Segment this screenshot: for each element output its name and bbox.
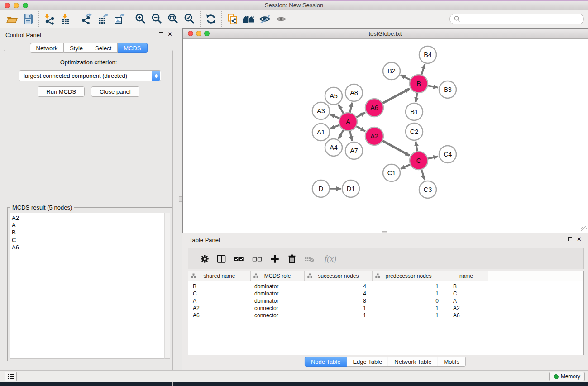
tab-edge-table[interactable]: Edge Table	[347, 357, 388, 367]
delete-columns-button[interactable]	[283, 251, 301, 267]
export-image-button[interactable]	[111, 11, 128, 27]
table-cell[interactable]: B	[188, 283, 251, 290]
node-C[interactable]: C	[410, 152, 428, 170]
zoom-out-button[interactable]	[149, 11, 165, 27]
mcds-result-item[interactable]: A2	[12, 214, 164, 222]
window-titlebar[interactable]: Session: New Session	[0, 0, 588, 10]
table-cell[interactable]: dominator	[251, 283, 305, 290]
table-cell[interactable]: 1	[373, 312, 445, 319]
mcds-result-item[interactable]: A6	[12, 244, 164, 251]
run-mcds-button[interactable]: Run MCDS	[38, 86, 85, 97]
zoom-fit-button[interactable]	[165, 11, 182, 27]
node-A4[interactable]: A4	[325, 139, 342, 156]
table-cell[interactable]: 0	[373, 297, 445, 305]
table-cell[interactable]: dominator	[251, 297, 305, 305]
node-A3[interactable]: A3	[312, 102, 330, 119]
toggle-panel-layout-button[interactable]	[213, 251, 230, 267]
import-table-button[interactable]	[57, 11, 74, 27]
node-A1[interactable]: A1	[312, 124, 330, 141]
tab-network[interactable]: Network	[29, 43, 64, 53]
table-cell[interactable]: connector	[251, 305, 305, 312]
network-canvas[interactable]: B4B2BB3B1A5A8A6A3AA1A2A4A7C2CC4C1C3DD1	[183, 39, 588, 233]
mcds-result-item[interactable]: B	[12, 229, 164, 236]
table-cell[interactable]: B	[445, 283, 488, 290]
table-row[interactable]: A2connector11A2	[188, 305, 583, 312]
show-all-button[interactable]	[273, 11, 289, 27]
column-header-name[interactable]: name	[445, 271, 488, 281]
node-B1[interactable]: B1	[406, 103, 423, 120]
deselect-all-button[interactable]	[248, 251, 266, 267]
mcds-list-scrollbar[interactable]	[164, 213, 170, 359]
node-C1[interactable]: C1	[383, 164, 400, 181]
node-A5[interactable]: A5	[325, 87, 342, 105]
criterion-dropdown[interactable]: largest connected component (directed)	[19, 70, 161, 81]
node-D1[interactable]: D1	[342, 180, 359, 197]
table-cell[interactable]: C	[188, 290, 251, 297]
tab-style[interactable]: Style	[64, 43, 89, 53]
table-row[interactable]: Cdominator41C	[188, 290, 583, 297]
node-A6[interactable]: A6	[365, 99, 383, 117]
node-D[interactable]: D	[312, 180, 330, 197]
tab-motifs[interactable]: Motifs	[438, 357, 466, 367]
column-header-successor-nodes[interactable]: successor nodes	[305, 271, 373, 281]
tab-network-table[interactable]: Network Table	[388, 357, 438, 367]
table-cell[interactable]: 1	[305, 305, 373, 312]
float-panel-icon[interactable]	[568, 237, 572, 241]
delete-table-button[interactable]	[301, 251, 319, 267]
node-B[interactable]: B	[410, 75, 428, 93]
table-row[interactable]: Bdominator41B	[188, 283, 583, 290]
close-panel-icon[interactable]: ✕	[167, 32, 172, 37]
node-B3[interactable]: B3	[439, 81, 456, 98]
apply-layout-button[interactable]	[203, 11, 219, 27]
node-A7[interactable]: A7	[345, 142, 363, 159]
zoom-in-button[interactable]	[133, 11, 149, 27]
table-cell[interactable]: 8	[305, 297, 373, 305]
hide-selected-button[interactable]	[257, 11, 273, 27]
node-C2[interactable]: C2	[406, 123, 423, 140]
table-cell[interactable]: 1	[373, 283, 445, 290]
table-row[interactable]: A6connector11A6	[188, 312, 583, 319]
node-B4[interactable]: B4	[419, 46, 436, 63]
open-session-button[interactable]	[4, 11, 20, 27]
mcds-result-item[interactable]: C	[12, 237, 164, 244]
node-A2[interactable]: A2	[365, 127, 383, 145]
show-panels-button[interactable]	[5, 372, 17, 381]
table-cell[interactable]: A2	[445, 305, 488, 312]
table-cell[interactable]: 1	[305, 312, 373, 319]
table-cell[interactable]: A	[188, 297, 251, 305]
float-panel-icon[interactable]	[159, 32, 163, 36]
table-cell[interactable]: 1	[373, 305, 445, 312]
network-window-titlebar[interactable]: testGlobe.txt	[183, 29, 588, 39]
memory-button[interactable]: Memory	[549, 372, 585, 381]
export-network-button[interactable]	[79, 11, 95, 27]
tab-node-table[interactable]: Node Table	[305, 357, 347, 367]
table-cell[interactable]: A	[445, 297, 488, 305]
column-header-shared-name[interactable]: shared name	[188, 271, 251, 281]
table-cell[interactable]: A6	[188, 312, 251, 319]
save-session-button[interactable]	[20, 11, 36, 27]
table-settings-button[interactable]	[196, 251, 213, 267]
table-cell[interactable]: dominator	[251, 290, 305, 297]
add-column-button[interactable]	[266, 251, 283, 267]
search-input[interactable]	[449, 14, 584, 24]
node-B2[interactable]: B2	[383, 62, 400, 80]
duplicate-network-button[interactable]	[224, 11, 240, 27]
select-all-button[interactable]	[230, 251, 248, 267]
node-C3[interactable]: C3	[419, 181, 436, 198]
home-button[interactable]	[240, 11, 257, 27]
close-panel-icon[interactable]: ✕	[577, 237, 582, 242]
tab-mcds[interactable]: MCDS	[118, 43, 147, 53]
import-network-button[interactable]	[41, 11, 57, 27]
node-A[interactable]: A	[339, 113, 357, 131]
export-table-button[interactable]	[95, 11, 111, 27]
table-row[interactable]: Adominator80A	[188, 297, 583, 305]
table-cell[interactable]: 4	[305, 283, 373, 290]
zoom-selected-button[interactable]	[182, 11, 198, 27]
column-header-predecessor-nodes[interactable]: predecessor nodes	[373, 271, 445, 281]
close-panel-button[interactable]: Close panel	[91, 86, 139, 97]
table-cell[interactable]: connector	[251, 312, 305, 319]
column-header-mcds-role[interactable]: MCDS role	[251, 271, 305, 281]
table-cell[interactable]: 4	[305, 290, 373, 297]
window-resize-grip[interactable]	[581, 226, 587, 232]
table-cell[interactable]: A6	[445, 312, 488, 319]
